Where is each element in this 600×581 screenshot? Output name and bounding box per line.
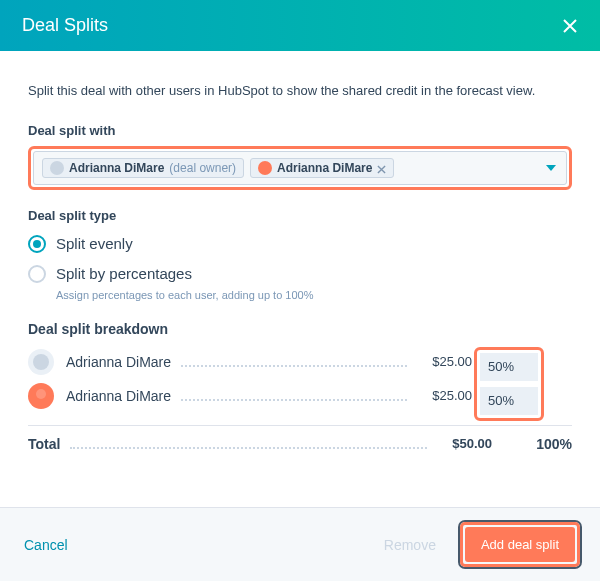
primary-highlight: Add deal split — [460, 522, 580, 567]
remove-chip-icon[interactable] — [377, 163, 386, 172]
divider — [28, 425, 572, 426]
chevron-down-icon[interactable] — [546, 165, 556, 171]
row-amount: $25.00 — [417, 388, 472, 403]
avatar-icon — [28, 349, 54, 375]
radio-icon — [28, 235, 46, 253]
chip-name: Adrianna DiMare — [277, 161, 372, 175]
chip-user[interactable]: Adrianna DiMare — [250, 158, 394, 178]
percentage-highlight: 50% 50% — [474, 347, 544, 421]
cancel-button[interactable]: Cancel — [20, 531, 72, 559]
row-name: Adrianna DiMare — [66, 354, 171, 370]
avatar-icon — [28, 383, 54, 409]
percentage-input[interactable]: 50% — [480, 387, 538, 415]
radio-split-percentages[interactable]: Split by percentages — [28, 261, 572, 291]
modal-footer: Cancel Remove Add deal split — [0, 507, 600, 581]
split-with-label: Deal split with — [28, 123, 572, 138]
split-with-highlight: Adrianna DiMare (deal owner) Adrianna Di… — [28, 146, 572, 190]
footer-right: Remove Add deal split — [370, 522, 580, 567]
breakdown-label: Deal split breakdown — [28, 321, 572, 337]
dotted-leader — [181, 391, 407, 401]
radio-icon — [28, 265, 46, 283]
row-name: Adrianna DiMare — [66, 388, 171, 404]
modal-title: Deal Splits — [22, 15, 108, 36]
chip-name: Adrianna DiMare — [69, 161, 164, 175]
modal-header: Deal Splits — [0, 0, 600, 51]
chip-suffix: (deal owner) — [169, 161, 236, 175]
split-type-group: Deal split type Split evenly Split by pe… — [28, 208, 572, 301]
total-percentage: 100% — [492, 436, 572, 452]
chip-owner[interactable]: Adrianna DiMare (deal owner) — [42, 158, 244, 178]
modal-body: Split this deal with other users in HubS… — [0, 51, 600, 507]
close-icon[interactable] — [562, 18, 578, 34]
radio-split-evenly[interactable]: Split evenly — [28, 231, 572, 261]
deal-splits-modal: Deal Splits Split this deal with other u… — [0, 0, 600, 581]
avatar-icon — [50, 161, 64, 175]
row-amount: $25.00 — [417, 354, 472, 369]
breakdown-area: Adrianna DiMare $25.00 Adrianna DiMare $… — [28, 349, 572, 409]
add-deal-split-button[interactable]: Add deal split — [465, 527, 575, 562]
percentage-input[interactable]: 50% — [480, 353, 538, 381]
intro-text: Split this deal with other users in HubS… — [28, 81, 572, 101]
split-type-helper: Assign percentages to each user, adding … — [56, 289, 572, 301]
remove-button[interactable]: Remove — [370, 529, 450, 561]
split-type-label: Deal split type — [28, 208, 572, 223]
total-amount: $50.00 — [437, 436, 492, 451]
radio-label: Split evenly — [56, 235, 133, 252]
dotted-leader — [181, 357, 407, 367]
avatar-icon — [258, 161, 272, 175]
total-row: Total $50.00 100% — [28, 436, 572, 452]
split-with-select[interactable]: Adrianna DiMare (deal owner) Adrianna Di… — [33, 151, 567, 185]
radio-label: Split by percentages — [56, 265, 192, 282]
dotted-leader — [70, 439, 427, 449]
total-label: Total — [28, 436, 60, 452]
